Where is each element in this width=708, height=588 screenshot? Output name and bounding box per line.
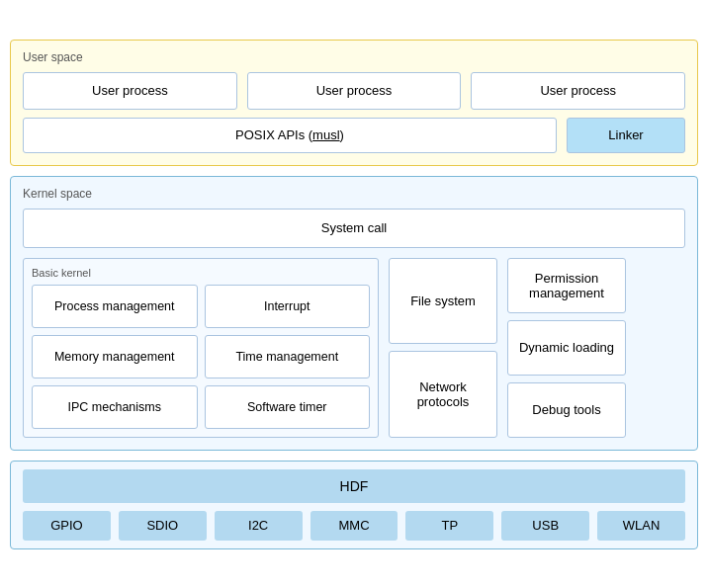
posix-row: POSIX APIs (musl) Linker	[23, 118, 685, 153]
process-management-cell: Process management	[32, 285, 198, 328]
user-process-1: User process	[23, 72, 237, 110]
interrupt-cell: Interrupt	[205, 285, 371, 328]
chip-tp: TP	[405, 511, 493, 541]
file-system-box: File system	[389, 258, 497, 345]
posix-apis-box: POSIX APIs (musl)	[23, 118, 557, 153]
hdf-section: HDF GPIO SDIO I2C MMC TP USB WLAN	[10, 461, 698, 549]
basic-kernel: Basic kernel Process management Interrup…	[23, 258, 379, 438]
time-management-cell: Time management	[205, 335, 371, 378]
chip-sdio: SDIO	[119, 511, 207, 541]
kernel-inner: Basic kernel Process management Interrup…	[23, 258, 685, 438]
linker-box: Linker	[567, 118, 685, 153]
permission-management-box: Permission management	[507, 258, 626, 313]
kernel-space-section: Kernel space System call Basic kernel Pr…	[10, 176, 698, 451]
network-protocols-box: Network protocols	[389, 351, 497, 438]
user-process-3: User process	[471, 72, 685, 110]
hdf-chips: GPIO SDIO I2C MMC TP USB WLAN	[23, 511, 685, 541]
dynamic-loading-box: Dynamic loading	[507, 320, 626, 376]
middle-column: File system Network protocols	[389, 258, 497, 438]
right-column: Permission management Dynamic loading De…	[507, 258, 626, 438]
software-timer-cell: Software timer	[205, 385, 371, 429]
debug-tools-box: Debug tools	[507, 382, 626, 438]
chip-wlan: WLAN	[597, 511, 685, 541]
app-container: User space User process User process Use…	[10, 40, 698, 549]
user-space-label: User space	[23, 50, 685, 64]
system-call-box: System call	[23, 209, 685, 248]
chip-gpio: GPIO	[23, 511, 111, 541]
posix-label: POSIX APIs (musl)	[235, 127, 344, 142]
chip-mmc: MMC	[310, 511, 398, 541]
hdf-bar: HDF	[23, 469, 685, 503]
basic-kernel-label: Basic kernel	[32, 267, 370, 279]
basic-kernel-grid: Process management Interrupt Memory mana…	[32, 285, 370, 429]
user-space-section: User space User process User process Use…	[10, 40, 698, 166]
kernel-space-label: Kernel space	[23, 187, 685, 201]
memory-management-cell: Memory management	[32, 335, 198, 378]
user-processes-row: User process User process User process	[23, 72, 685, 110]
user-process-2: User process	[247, 72, 462, 110]
ipc-mechanisms-cell: IPC mechanisms	[32, 385, 198, 429]
chip-i2c: I2C	[215, 511, 303, 541]
chip-usb: USB	[501, 511, 589, 541]
